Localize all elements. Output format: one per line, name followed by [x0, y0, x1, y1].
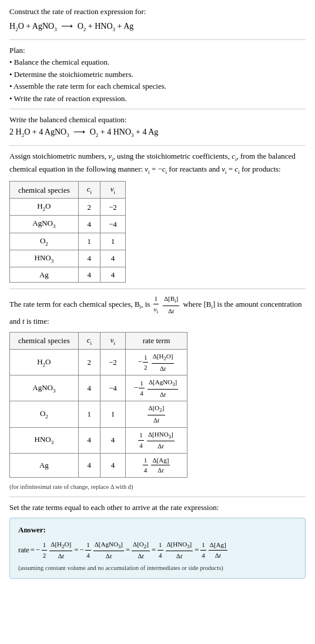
rt-ci-ag: 4: [78, 453, 100, 477]
rt-vi-h2o: −2: [100, 350, 126, 375]
rate-col-vi: νi: [100, 332, 126, 349]
stoich-table: chemical species ci νi H2O 2 −2 AgNO3 4 …: [9, 181, 126, 283]
answer-box: Answer: rate = − 1 2 Δ[H2O] Δt = − 1 4 Δ…: [9, 518, 306, 579]
rt-ci-h2o: 2: [78, 350, 100, 375]
answer-note: (assuming constant volume and no accumul…: [18, 564, 297, 573]
balanced-label: Write the balanced chemical equation:: [9, 114, 306, 126]
divider-4: [9, 289, 306, 289]
plan-step-4: • Write the rate of reaction expression.: [9, 93, 306, 105]
table-row: O2 1 1: [10, 233, 126, 250]
rt-term-agno3: − 1 4 Δ[AgNO3] Δt: [125, 375, 187, 401]
rt-species-ag: Ag: [10, 453, 79, 477]
table-row: H2O 2 −2 − 1 2 Δ[H2O] Δt: [10, 350, 187, 375]
table-row: Ag 4 4 1 4 Δ[Ag] Δt: [10, 453, 187, 477]
table-row: O2 1 1 Δ[O2] Δt: [10, 401, 187, 427]
species-hno3: HNO3: [10, 250, 79, 267]
rate-word: rate: [18, 545, 29, 556]
ci-o2: 1: [78, 233, 100, 250]
rt-vi-agno3: −4: [100, 375, 126, 401]
divider-3: [9, 145, 306, 146]
table-row: AgNO3 4 −4: [10, 216, 126, 233]
vi-h2o: −2: [100, 199, 126, 216]
rt-term-ag: 1 4 Δ[Ag] Δt: [125, 453, 187, 477]
header-equation: H2O + AgNO3 ⟶ O2 + HNO3 + Ag: [9, 20, 306, 33]
table-row: HNO3 4 4: [10, 250, 126, 267]
rate-term-text: The rate term for each chemical species,…: [9, 294, 306, 327]
rt-term-o2: Δ[O2] Δt: [125, 401, 187, 427]
set-equal-section: Set the rate terms equal to each other t…: [9, 502, 306, 579]
rt-species-h2o: H2O: [10, 350, 79, 375]
ci-hno3: 4: [78, 250, 100, 267]
vi-hno3: 4: [100, 250, 126, 267]
rt-ci-hno3: 4: [78, 427, 100, 453]
rt-ci-o2: 1: [78, 401, 100, 427]
rt-species-hno3: HNO3: [10, 427, 79, 453]
header-title: Construct the rate of reaction expressio…: [9, 6, 306, 18]
rate-term-section: The rate term for each chemical species,…: [9, 294, 306, 491]
species-o2: O2: [10, 233, 79, 250]
rate-table: chemical species ci νi rate term H2O 2 −…: [9, 332, 187, 478]
stoich-text: Assign stoichiometric numbers, νi, using…: [9, 150, 306, 176]
table-row: H2O 2 −2: [10, 199, 126, 216]
rt-vi-ag: 4: [100, 453, 126, 477]
plan-label: Plan:: [9, 45, 306, 56]
balanced-section: Write the balanced chemical equation: 2 …: [9, 114, 306, 139]
table-row: Ag 4 4: [10, 267, 126, 283]
stoich-col-species: chemical species: [10, 182, 79, 199]
set-equal-text: Set the rate terms equal to each other t…: [9, 502, 306, 514]
rt-species-o2: O2: [10, 401, 79, 427]
species-ag: Ag: [10, 267, 79, 283]
header-section: Construct the rate of reaction expressio…: [9, 6, 306, 33]
divider-5: [9, 497, 306, 497]
species-agno3: AgNO3: [10, 216, 79, 233]
ci-agno3: 4: [78, 216, 100, 233]
rt-vi-hno3: 4: [100, 427, 126, 453]
rt-vi-o2: 1: [100, 401, 126, 427]
stoich-col-ci: ci: [78, 182, 100, 199]
rate-col-ci: ci: [78, 332, 100, 349]
balanced-equation: 2 H2O + 4 AgNO3 ⟶ O2 + 4 HNO3 + 4 Ag: [9, 126, 306, 139]
vi-agno3: −4: [100, 216, 126, 233]
rate-col-species: chemical species: [10, 332, 79, 349]
rt-term-hno3: 1 4 Δ[HNO3] Δt: [125, 427, 187, 453]
rt-species-agno3: AgNO3: [10, 375, 79, 401]
stoich-section: Assign stoichiometric numbers, νi, using…: [9, 150, 306, 283]
plan-step-2: • Determine the stoichiometric numbers.: [9, 69, 306, 80]
divider-2: [9, 109, 306, 109]
vi-ag: 4: [100, 267, 126, 283]
plan-step-1: • Balance the chemical equation.: [9, 56, 306, 68]
vi-o2: 1: [100, 233, 126, 250]
answer-label: Answer:: [18, 524, 297, 536]
plan-section: Plan: • Balance the chemical equation. •…: [9, 45, 306, 105]
rate-col-term: rate term: [125, 332, 187, 349]
rt-term-h2o: − 1 2 Δ[H2O] Δt: [125, 350, 187, 375]
answer-equation: rate = − 1 2 Δ[H2O] Δt = − 1 4 Δ[AgNO3] …: [18, 539, 297, 561]
table-row: AgNO3 4 −4 − 1 4 Δ[AgNO3] Δt: [10, 375, 187, 401]
ci-h2o: 2: [78, 199, 100, 216]
plan-step-3: • Assemble the rate term for each chemic…: [9, 80, 306, 92]
rt-ci-agno3: 4: [78, 375, 100, 401]
species-h2o: H2O: [10, 199, 79, 216]
table-row: HNO3 4 4 1 4 Δ[HNO3] Δt: [10, 427, 187, 453]
stoich-col-vi: νi: [100, 182, 126, 199]
infinitesimal-note: (for infinitesimal rate of change, repla…: [9, 482, 306, 492]
divider-1: [9, 39, 306, 40]
ci-ag: 4: [78, 267, 100, 283]
